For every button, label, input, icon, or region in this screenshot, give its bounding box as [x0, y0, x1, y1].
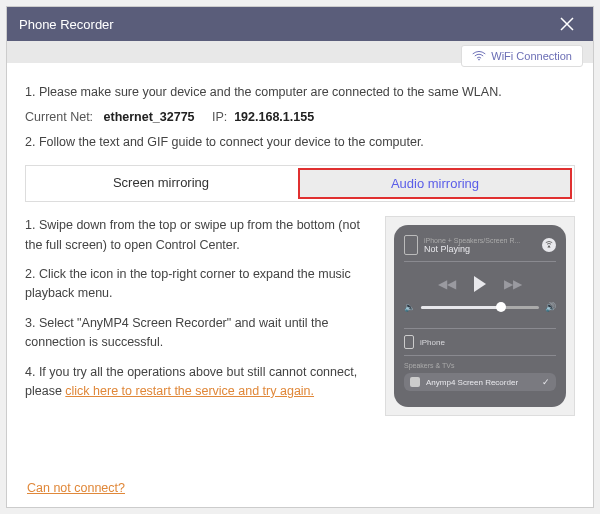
close-button[interactable] [553, 10, 581, 38]
intro-line-1: 1. Please make sure your device and the … [25, 83, 575, 102]
volume-knob [496, 302, 506, 312]
titlebar: Phone Recorder [7, 7, 593, 41]
cc-recorder-item: Anymp4 Screen Recorder ✓ [404, 373, 556, 391]
ip-value: 192.168.1.155 [234, 110, 314, 124]
network-info: Current Net: ethernet_32775 IP: 192.168.… [25, 108, 575, 127]
content-area: 1. Please make sure your device and the … [7, 63, 593, 426]
cc-playback: ◀◀ ▶▶ 🔈 🔊 [404, 262, 556, 322]
recorder-icon [410, 377, 420, 387]
cc-device-label: iPhone [420, 338, 445, 347]
cc-speakers-section: Speakers & TVs Anymp4 Screen Recorder ✓ [404, 355, 556, 391]
control-center-mock: iPhone + Speakers/Screen R... Not Playin… [394, 225, 566, 407]
cannot-connect-link[interactable]: Can not connect? [27, 481, 125, 495]
volume-low-icon: 🔈 [404, 302, 415, 312]
cc-device-section: iPhone [404, 328, 556, 349]
rewind-icon: ◀◀ [438, 277, 456, 291]
step-4: 4. If you try all the operations above b… [25, 363, 371, 402]
cc-source-line: iPhone + Speakers/Screen R... [424, 237, 536, 244]
iphone-device-icon [404, 335, 414, 349]
tab-audio-mirroring[interactable]: Audio mirroring [298, 168, 572, 199]
device-preview: iPhone + Speakers/Screen R... Not Playin… [385, 216, 575, 416]
mirroring-tabs: Screen mirroring Audio mirroring [25, 165, 575, 202]
steps-list: 1. Swipe down from the top or swipe up f… [25, 216, 371, 416]
check-icon: ✓ [542, 377, 550, 387]
volume-slider: 🔈 🔊 [404, 302, 556, 312]
close-icon [560, 17, 574, 31]
cc-not-playing: Not Playing [424, 244, 536, 254]
guide-section: 1. Swipe down from the top or swipe up f… [25, 216, 575, 416]
step-3: 3. Select "AnyMP4 Screen Recorder" and w… [25, 314, 371, 353]
ip-label: IP: [212, 110, 227, 124]
airplay-icon [542, 238, 556, 252]
restart-service-link[interactable]: click here to restart the service and tr… [65, 384, 314, 398]
intro-line-2: 2. Follow the text and GIF guide to conn… [25, 133, 575, 152]
step-1: 1. Swipe down from the top or swipe up f… [25, 216, 371, 255]
window-title: Phone Recorder [19, 17, 114, 32]
play-icon [474, 276, 486, 292]
wifi-icon [472, 51, 486, 61]
cc-header: iPhone + Speakers/Screen R... Not Playin… [404, 235, 556, 262]
intro-section: 1. Please make sure your device and the … [25, 83, 575, 151]
cc-speakers-label: Speakers & TVs [404, 362, 556, 369]
current-net-value: ethernet_32775 [104, 110, 195, 124]
forward-icon: ▶▶ [504, 277, 522, 291]
current-net-label: Current Net: [25, 110, 93, 124]
step-2: 2. Click the icon in the top-right corne… [25, 265, 371, 304]
volume-high-icon: 🔊 [545, 302, 556, 312]
cc-recorder-label: Anymp4 Screen Recorder [426, 378, 518, 387]
wifi-connection-button[interactable]: WiFi Connection [461, 45, 583, 67]
wifi-connection-label: WiFi Connection [491, 50, 572, 62]
tab-screen-mirroring[interactable]: Screen mirroring [26, 166, 296, 201]
top-bar: WiFi Connection [7, 41, 593, 63]
phone-icon [404, 235, 418, 255]
phone-recorder-window: Phone Recorder WiFi Connection 1. Please… [6, 6, 594, 508]
playback-controls: ◀◀ ▶▶ [404, 276, 556, 292]
svg-point-0 [478, 59, 480, 61]
